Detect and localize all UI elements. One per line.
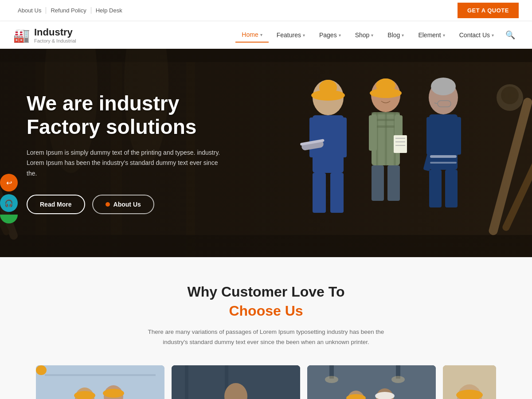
svg-rect-19 [330, 173, 344, 213]
hero-section: We are industry Factory solutions Lorem … [0, 49, 532, 257]
share-button[interactable]: ↩ [0, 174, 18, 192]
svg-rect-44 [426, 117, 434, 155]
card-svg-2 [172, 365, 300, 399]
why-description: There are many variations of passages of… [142, 327, 390, 348]
top-bar-links: About Us Refund Policy Help Desk [13, 7, 127, 14]
svg-rect-21 [319, 80, 337, 95]
svg-rect-59 [36, 365, 47, 375]
chevron-down-icon: ▾ [443, 33, 445, 38]
svg-rect-16 [309, 117, 318, 157]
about-dot-icon [106, 202, 110, 207]
card-workers-2 [307, 365, 436, 399]
svg-rect-32 [369, 115, 377, 151]
svg-rect-55 [36, 365, 164, 399]
chevron-down-icon: ▾ [492, 33, 494, 38]
logo-sub: Factory & Industrial [34, 38, 76, 43]
nav-home[interactable]: Home ▾ [235, 27, 268, 43]
main-nav: Home ▾ Features ▾ Pages ▾ Shop ▾ Blog ▾ … [235, 27, 519, 43]
card-workers-1 [36, 365, 164, 399]
svg-point-83 [391, 376, 405, 383]
top-bar: About Us Refund Policy Help Desk GET A Q… [0, 0, 532, 21]
chevron-down-icon: ▾ [402, 33, 404, 38]
why-subtitle: Choose Us [13, 303, 519, 319]
why-section: Why Customer Love To Choose Us There are… [0, 257, 532, 399]
svg-rect-36 [394, 135, 407, 153]
hero-title: We are industry Factory solutions [27, 92, 222, 139]
card-svg-3 [307, 365, 436, 399]
search-button[interactable]: 🔍 [502, 27, 519, 43]
card-svg-1 [36, 365, 164, 399]
topbar-helpdesk-link[interactable]: Help Desk [91, 7, 127, 14]
nav-contact[interactable]: Contact Us ▾ [453, 28, 500, 42]
svg-point-62 [103, 389, 124, 398]
svg-rect-52 [430, 155, 457, 158]
about-us-button[interactable]: About Us [92, 195, 154, 214]
svg-point-81 [325, 376, 338, 383]
chevron-down-icon: ▾ [260, 32, 262, 37]
card-inner-3 [307, 365, 436, 399]
hero-workers [262, 53, 510, 257]
header: 🏭 Industry Factory & Industrial Home ▾ F… [0, 21, 532, 49]
chevron-down-icon: ▾ [339, 33, 341, 38]
hero-description: Lorem Ipsum is simply dummy text of the … [27, 148, 222, 179]
workers-svg [262, 53, 510, 257]
svg-rect-66 [185, 365, 188, 399]
card-inner-4 [443, 365, 496, 399]
nav-blog[interactable]: Blog ▾ [381, 28, 410, 42]
svg-rect-56 [45, 374, 156, 376]
svg-rect-18 [313, 173, 326, 213]
svg-rect-79 [307, 365, 436, 399]
side-buttons: ↩ 🎧 [0, 174, 18, 225]
nav-shop[interactable]: Shop ▾ [349, 28, 380, 42]
logo-text: Industry Factory & Industrial [34, 27, 76, 43]
svg-point-51 [431, 78, 456, 95]
nav-features[interactable]: Features ▾ [270, 28, 311, 42]
card-worker-welder [172, 365, 300, 399]
card-inner-1 [36, 365, 164, 399]
svg-rect-53 [430, 162, 457, 164]
svg-rect-30 [385, 112, 387, 165]
svg-rect-35 [387, 165, 400, 201]
svg-rect-46 [453, 117, 461, 155]
svg-rect-47 [429, 170, 442, 207]
logo[interactable]: 🏭 Industry Factory & Industrial [13, 27, 76, 43]
svg-rect-17 [338, 117, 347, 157]
topbar-refund-link[interactable]: Refund Policy [46, 7, 91, 14]
get-quote-button[interactable]: GET A QUOTE [458, 3, 519, 18]
read-more-button[interactable]: Read More [27, 195, 85, 214]
why-title: Why Customer Love To [13, 284, 519, 300]
svg-rect-34 [372, 165, 384, 201]
hero-buttons: Read More About Us [27, 195, 222, 214]
support-button[interactable]: 🎧 [0, 194, 18, 212]
logo-name: Industry [34, 27, 76, 38]
nav-element[interactable]: Element ▾ [412, 28, 451, 42]
hero-content: We are industry Factory solutions Lorem … [0, 92, 248, 214]
chat-button[interactable] [0, 215, 18, 223]
nav-pages[interactable]: Pages ▾ [313, 28, 347, 42]
logo-icon: 🏭 [13, 27, 30, 43]
card-inner-2 [172, 365, 300, 399]
chevron-down-icon: ▾ [303, 33, 305, 38]
chevron-down-icon: ▾ [371, 33, 373, 38]
card-svg-4 [443, 365, 496, 399]
svg-rect-48 [445, 170, 458, 207]
card-worker-partial [443, 365, 496, 399]
svg-rect-41 [376, 78, 395, 93]
topbar-about-link[interactable]: About Us [13, 7, 46, 14]
cards-row [13, 365, 519, 399]
